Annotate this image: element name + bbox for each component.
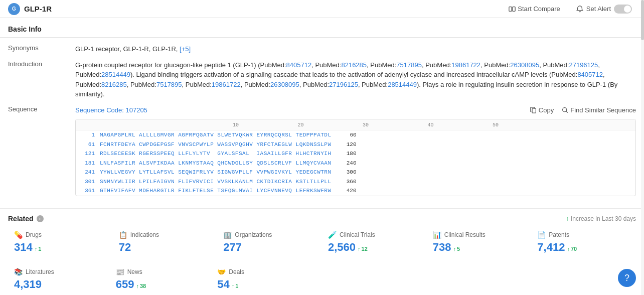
svg-rect-1 <box>513 7 515 11</box>
news-icon: 📰 <box>116 268 124 276</box>
sequence-actions: Copy Find Similar Sequence <box>530 106 636 114</box>
copy-button[interactable]: Copy <box>530 106 554 114</box>
pubmed-7517895[interactable]: 7517895 <box>396 61 422 69</box>
page-title: GLP-1R <box>24 5 52 13</box>
pubmed2-27196125[interactable]: 27196125 <box>329 81 358 88</box>
synonyms-label: Synonyms <box>8 44 63 52</box>
set-alert-button[interactable]: Set Alert <box>572 3 636 16</box>
seq-row-241: 241 YYWLLVEGVY LYTLLAFSVL SEQWIFRLYV SIG… <box>76 168 635 177</box>
alert-icon <box>576 6 583 13</box>
patents-value: 7,412 <box>537 241 565 254</box>
basic-info-content: Synonyms GLP-1 receptor, GLP-1-R, GLP-1R… <box>0 38 644 208</box>
literatures-label: Literatures <box>26 268 54 275</box>
seq-row-361: 361 GTHEVIFAFV MDEHARGTLR FIKLFTELSE TSF… <box>76 186 635 196</box>
patents-label: Patents <box>549 231 569 238</box>
sequence-ruler: 1020304050 <box>76 119 635 130</box>
indications-label: Indications <box>130 231 159 238</box>
pubmed-26308095[interactable]: 26308095 <box>510 61 539 69</box>
stat-clinical-trials[interactable]: 🧪 Clinical Trials 2,560 ↑ 12 <box>322 227 427 258</box>
deals-value: 54 <box>217 278 229 291</box>
clinical-trials-value: 2,560 <box>328 241 356 254</box>
deals-icon: 🤝 <box>217 268 226 276</box>
stat-clinical-results[interactable]: 📊 Clinical Results 738 ↑ 5 <box>427 227 532 258</box>
patents-icon: 📄 <box>537 231 546 239</box>
alert-toggle[interactable] <box>614 5 632 14</box>
introduction-row: Introduction G-protein coupled receptor … <box>8 60 636 99</box>
clinical-results-icon: 📊 <box>433 231 441 239</box>
fab-button[interactable]: ? <box>618 269 636 287</box>
sequence-row: Sequence Sequence Code: 107205 Copy <box>8 105 636 196</box>
introduction-label: Introduction <box>8 60 63 68</box>
patents-delta: ↑ 70 <box>567 246 577 252</box>
sequence-box[interactable]: 1020304050 1 MAGAPGPLRL ALLLLGMVGR AGPRP… <box>75 119 636 196</box>
svg-rect-0 <box>509 7 512 11</box>
pubmed2-19861722[interactable]: 19861722 <box>212 81 241 88</box>
literatures-icon: 📚 <box>14 268 23 276</box>
clinical-results-value: 738 <box>433 241 451 254</box>
stat-organizations[interactable]: 🏢 Organizations 277 <box>217 227 322 258</box>
sequence-value: Sequence Code: 107205 Copy <box>75 105 636 196</box>
pubmed-19861722[interactable]: 19861722 <box>451 61 480 69</box>
drugs-value: 314 <box>14 241 33 254</box>
sequence-label: Sequence <box>8 105 63 113</box>
svg-rect-2 <box>532 108 536 113</box>
seq-row-181: 181 LNLFASFILR ALSVFIKDAA LKNMYSTAAQ QHC… <box>76 159 635 168</box>
header: G GLP-1R Start Compare Set Alert <box>0 0 644 18</box>
find-similar-icon <box>562 107 568 113</box>
app-logo: G <box>8 3 20 15</box>
news-value: 659 <box>116 278 134 291</box>
header-right: Start Compare Set Alert <box>505 3 636 16</box>
clinical-trials-label: Clinical Trials <box>340 231 375 238</box>
organizations-value: 277 <box>223 241 242 254</box>
stat-patents[interactable]: 📄 Patents 7,412 ↑ 70 <box>531 227 636 258</box>
news-label: News <box>127 268 142 275</box>
pubmed2-8216285[interactable]: 8216285 <box>101 81 127 88</box>
news-delta: ↑ 38 <box>136 283 146 289</box>
stat-deals[interactable]: 🤝 Deals 54 ↑ 1 <box>211 264 313 295</box>
introduction-value: G-protein coupled receptor for glucagon-… <box>75 60 636 99</box>
start-compare-button[interactable]: Start Compare <box>505 3 564 15</box>
pubmed-8216285[interactable]: 8216285 <box>341 61 367 69</box>
stat-drugs[interactable]: 💊 Drugs 314 ↑ 1 <box>8 227 113 258</box>
seq-row-301: 301 SNMNYWLIIR LPILFAIGVN FLIFVRVICI VVS… <box>76 177 635 187</box>
related-title: Related i <box>8 215 44 223</box>
trend-arrow-icon: ↑ <box>566 215 569 222</box>
stats-grid-row2: 📚 Literatures 4,319 📰 News 659 ↑ 38 🤝 De… <box>0 264 321 296</box>
pubmed2-26308095[interactable]: 26308095 <box>270 81 299 88</box>
stat-indications[interactable]: 📋 Indications 72 <box>113 227 218 258</box>
pubmed2-7517895[interactable]: 7517895 <box>156 81 182 88</box>
basic-info-section-label: Basic Info <box>0 18 644 38</box>
synonyms-row: Synonyms GLP-1 receptor, GLP-1-R, GLP-1R… <box>8 44 636 54</box>
seq-row-61: 61 FCNRTFDEYA CWPDGEPGSF VNVSCPWYLP WASS… <box>76 140 635 150</box>
pubmed2-28514449[interactable]: 28514449 <box>388 81 417 88</box>
stat-literatures[interactable]: 📚 Literatures 4,319 <box>8 264 110 295</box>
copy-icon <box>530 107 537 113</box>
find-similar-button[interactable]: Find Similar Sequence <box>562 106 636 114</box>
sequence-header: Sequence Code: 107205 Copy <box>75 105 636 115</box>
pubmed2-8405512[interactable]: 8405712 <box>577 71 603 78</box>
deals-label: Deals <box>229 268 244 275</box>
pubmed-8405512[interactable]: 8405712 <box>286 61 312 69</box>
synonyms-value: GLP-1 receptor, GLP-1-R, GLP-1R, [+5] <box>75 44 636 54</box>
clinical-trials-delta: ↑ 12 <box>358 246 368 252</box>
seq-row-121: 121 RDLSECEESK RGERSSPEEQ LLFLYLYTV GYAL… <box>76 149 635 159</box>
pubmed-28514449[interactable]: 28514449 <box>101 71 130 78</box>
synonyms-more-link[interactable]: [+5] <box>180 45 191 53</box>
drugs-icon: 💊 <box>14 231 23 239</box>
indications-value: 72 <box>119 241 131 254</box>
stat-news[interactable]: 📰 News 659 ↑ 38 <box>110 264 212 295</box>
seq-row-1: 1 MAGAPGPLRL ALLLLGMVGR AGPRPQGATV SLWET… <box>76 130 635 140</box>
scrollbar-thumb[interactable] <box>641 0 644 40</box>
pubmed-27196125[interactable]: 27196125 <box>569 61 598 69</box>
clinical-results-label: Clinical Results <box>444 231 486 238</box>
related-meta: ↑ Increase in Last 30 days <box>566 215 636 222</box>
header-left: G GLP-1R <box>8 3 52 15</box>
clinical-results-delta: ↑ 5 <box>453 246 460 252</box>
related-info-icon[interactable]: i <box>37 215 44 222</box>
right-scrollbar[interactable] <box>641 0 644 295</box>
literatures-value: 4,319 <box>14 278 42 291</box>
stats-grid-row1: 💊 Drugs 314 ↑ 1 📋 Indications 72 🏢 Organ… <box>0 227 644 264</box>
compare-icon <box>509 6 516 13</box>
sequence-code[interactable]: Sequence Code: 107205 <box>75 105 147 115</box>
deals-delta: ↑ 1 <box>232 283 239 289</box>
